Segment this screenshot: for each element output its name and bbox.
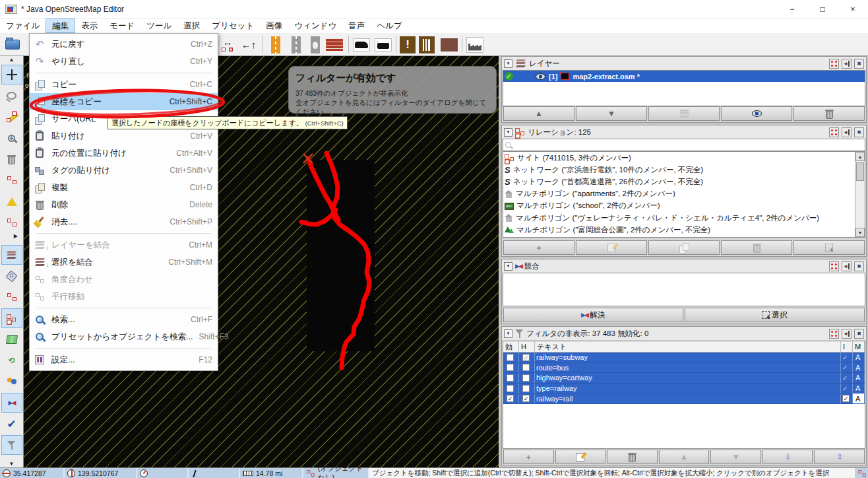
filter-up-button[interactable]: ▲	[659, 450, 710, 464]
filter-row[interactable]: ✓ ✓ type=railway ✓ A	[503, 384, 865, 394]
maximize-button[interactable]: □	[807, 0, 838, 18]
relation-list-item[interactable]: マルチポリゴン ("apartments", 2件のメンバー)	[503, 188, 865, 200]
menu-selection[interactable]: 選択	[177, 18, 206, 33]
relation-list-item[interactable]: サイト (7411015, 3件のメンバー)	[503, 152, 865, 164]
collapse-icon[interactable]: ▾	[504, 329, 512, 338]
close-panel-button[interactable]: ✖	[854, 329, 864, 339]
menu-item-copy-coordinates[interactable]: 座標をコピーCtrl+Shift+C	[30, 93, 218, 110]
menu-item-preferences[interactable]: 設定...F12	[30, 351, 218, 368]
toolbar-scroll-up[interactable]: ▲	[9, 56, 15, 63]
toolbar-scroll-down[interactable]: ▼	[9, 460, 15, 467]
draw-node-tool-button[interactable]	[1, 107, 22, 127]
menu-item-paste[interactable]: 貼り付けCtrl+V	[30, 127, 218, 145]
delete-filter-button[interactable]	[607, 450, 658, 464]
extrude-preset-button[interactable]: ↔	[218, 35, 237, 54]
hide-checkbox[interactable]: ✓	[522, 374, 530, 382]
layer-visibility-button[interactable]	[721, 106, 792, 121]
preset-wall-button[interactable]	[325, 35, 344, 54]
toggle-filter-panel[interactable]	[1, 435, 22, 455]
menu-mode[interactable]: モード	[104, 18, 140, 33]
hide-checkbox[interactable]: ✓	[522, 385, 530, 392]
hide-checkbox[interactable]: ✓	[522, 395, 530, 402]
hide-checkbox[interactable]: ✓	[522, 364, 530, 371]
lasso-tool-button[interactable]	[1, 86, 22, 106]
preset-road-button[interactable]	[286, 35, 306, 54]
move-tool-button[interactable]	[1, 65, 22, 85]
hide-checkbox[interactable]: ✓	[522, 354, 530, 361]
menu-item-merge-layer[interactable]: ↓レイヤーを結合Ctrl+M	[30, 236, 218, 254]
detach-button[interactable]	[829, 59, 839, 69]
preset-car-button[interactable]	[352, 35, 371, 54]
preset-restaurant-button[interactable]	[417, 35, 437, 54]
menu-imagery[interactable]: 画像	[260, 18, 288, 33]
menu-item-search[interactable]: 検索...Ctrl+F	[30, 311, 218, 328]
layer-down-button[interactable]: ▼	[576, 106, 647, 121]
select-conflict-button[interactable]: 選択	[685, 308, 865, 322]
preset-trunk-button[interactable]	[305, 35, 325, 54]
toggle-validator-panel[interactable]: ✔	[1, 414, 22, 434]
zoom-tool-button[interactable]: +	[1, 128, 22, 148]
toggle-changeset-panel[interactable]: ⟲	[1, 351, 22, 370]
pin-button[interactable]	[842, 127, 852, 137]
collapse-icon[interactable]: ▾	[504, 59, 512, 68]
detach-button[interactable]	[829, 261, 839, 271]
menu-item-duplicate[interactable]: 複製Ctrl+D	[30, 179, 218, 196]
relation-list-item[interactable]: マルチポリゴン ("school", 2件のメンバー)	[503, 200, 865, 212]
toggle-layers-panel[interactable]	[1, 245, 22, 265]
layer-merge-button[interactable]	[648, 106, 720, 121]
layer-up-button[interactable]: ▲	[503, 106, 574, 121]
edit-filter-button[interactable]	[555, 450, 606, 464]
duplicate-relation-button[interactable]	[648, 240, 720, 255]
preset-motorway-button[interactable]	[266, 35, 286, 54]
menu-item-search-preset[interactable]: プリセットからオブジェクトを検索...Shift+F3	[30, 328, 218, 345]
layer-row[interactable]: ✓ [1] map2-extract.osm *	[503, 71, 865, 82]
menu-item-paste-at-source[interactable]: 元の位置に貼り付けCtrl+Alt+V	[30, 145, 218, 162]
layer-delete-button[interactable]	[793, 106, 865, 121]
open-file-button[interactable]	[3, 35, 22, 54]
close-panel-button[interactable]: ✖	[854, 127, 864, 137]
minimize-button[interactable]: −	[777, 0, 807, 18]
unglue-tool-button[interactable]	[1, 170, 22, 190]
menu-item-paste-tags[interactable]: タグの貼り付けCtrl+Shift+V	[30, 162, 218, 179]
relation-list-item[interactable]: Sネットワーク ("首都高速道路", 26件のメンバー, 不完全)	[503, 176, 865, 188]
close-button[interactable]: ×	[838, 0, 868, 18]
merge-nodes-tool-button[interactable]	[1, 213, 22, 232]
relations-scrollbar[interactable]: ▲ ▼	[855, 152, 865, 237]
enable-checkbox[interactable]: ✓	[507, 354, 514, 361]
toggle-selection-panel[interactable]	[1, 287, 22, 307]
toggle-map-panel[interactable]	[1, 329, 22, 349]
menu-item-copy[interactable]: コピーCtrl+C	[30, 76, 218, 93]
filter-row[interactable]: ✓ ✓ railway=subway ✓ A	[503, 353, 865, 363]
menu-item-align-angle[interactable]: 角度合わせ	[30, 271, 218, 288]
filter-row[interactable]: ✓ ✓ route=bus ✓ A	[503, 363, 865, 374]
menu-windows[interactable]: ウィンドウ	[288, 18, 342, 33]
turn-restriction-button[interactable]: ←↑	[239, 35, 259, 54]
preset-hazard-button[interactable]: !	[398, 35, 418, 54]
filter-row[interactable]: ✓ ✓ railway=rail ✓ A	[503, 393, 865, 404]
upload-ok-icon[interactable]: ✓	[505, 72, 513, 81]
preset-bus-button[interactable]	[373, 35, 393, 54]
filter-sort-button[interactable]: ⇓	[762, 450, 813, 464]
menu-help[interactable]: ヘルプ	[371, 18, 408, 33]
menu-item-redo[interactable]: ↷やり直しCtrl+Y	[30, 53, 218, 70]
inverted-checkbox[interactable]: ✓	[842, 395, 850, 402]
preset-factory-button[interactable]	[465, 35, 485, 54]
toggle-tags-panel[interactable]	[1, 266, 22, 286]
menu-item-parallel-move[interactable]: 平行移動	[30, 288, 218, 305]
pin-button[interactable]	[842, 329, 852, 339]
enable-checkbox[interactable]: ✓	[507, 395, 514, 402]
relation-list-item[interactable]: マルチポリゴン ("ヴェレーナシティ・パレ・ド・シエル・カルティエ4", 2件の…	[503, 212, 865, 224]
menu-audio[interactable]: 音声	[342, 18, 371, 33]
add-filter-button[interactable]: ＋	[503, 450, 554, 464]
toggle-relations-panel[interactable]	[1, 308, 22, 328]
detach-button[interactable]	[829, 329, 839, 339]
scroll-thumb[interactable]	[856, 162, 864, 181]
enable-checkbox[interactable]: ✓	[507, 364, 514, 371]
menu-item-delete[interactable]: 削除Delete	[30, 196, 218, 213]
add-relation-button[interactable]: ＋	[503, 240, 574, 255]
menu-item-purge[interactable]: 消去....Ctrl+Shift+P	[30, 213, 218, 230]
delete-tool-button[interactable]	[1, 149, 22, 169]
select-relation-button[interactable]	[793, 240, 865, 255]
resolve-conflict-button[interactable]: ▶◀解決	[503, 308, 683, 322]
menu-item-merge-selection[interactable]: ↓選択を結合Ctrl+Shift+M	[30, 254, 218, 271]
